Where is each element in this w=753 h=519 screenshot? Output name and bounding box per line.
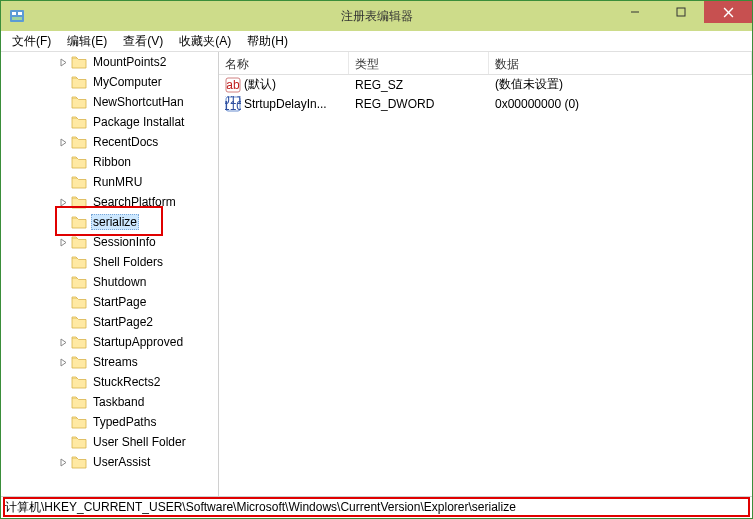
folder-icon: [71, 255, 87, 269]
tree-item-label: RecentDocs: [91, 134, 160, 150]
tree-item[interactable]: Ribbon: [1, 152, 218, 172]
tree-item[interactable]: MountPoints2: [1, 52, 218, 72]
list-header: 名称 类型 数据: [219, 52, 752, 75]
value-row[interactable]: 011110StrtupDelayIn...REG_DWORD0x0000000…: [219, 94, 752, 113]
status-path: 计算机\HKEY_CURRENT_USER\Software\Microsoft…: [5, 499, 516, 516]
tree-item-label: SearchPlatform: [91, 194, 178, 210]
folder-icon: [71, 155, 87, 169]
tree-item[interactable]: MyComputer: [1, 72, 218, 92]
tree-item[interactable]: RecentDocs: [1, 132, 218, 152]
folder-icon: [71, 415, 87, 429]
expand-toggle-icon[interactable]: [57, 336, 69, 348]
tree-item[interactable]: Package Installat: [1, 112, 218, 132]
menu-file[interactable]: 文件(F): [5, 31, 58, 52]
window-controls: [612, 1, 752, 31]
window-title: 注册表编辑器: [341, 8, 413, 25]
tree-item[interactable]: User Shell Folder: [1, 432, 218, 452]
expand-toggle-icon[interactable]: [57, 56, 69, 68]
tree-item[interactable]: RunMRU: [1, 172, 218, 192]
tree-item[interactable]: UserAssist: [1, 452, 218, 472]
menubar: 文件(F) 编辑(E) 查看(V) 收藏夹(A) 帮助(H): [1, 31, 752, 52]
tree-item[interactable]: StartPage2: [1, 312, 218, 332]
tree-item[interactable]: serialize: [1, 212, 218, 232]
tree-item-label: Taskband: [91, 394, 146, 410]
expand-toggle-icon[interactable]: [57, 356, 69, 368]
svg-rect-0: [10, 10, 24, 22]
tree-item-label: StartPage: [91, 294, 148, 310]
svg-rect-2: [18, 12, 22, 15]
menu-help[interactable]: 帮助(H): [240, 31, 295, 52]
tree-item-label: User Shell Folder: [91, 434, 188, 450]
expand-toggle-icon[interactable]: [57, 196, 69, 208]
tree-item-label: Shutdown: [91, 274, 148, 290]
value-type: REG_SZ: [349, 78, 489, 92]
svg-rect-1: [12, 12, 16, 15]
tree-item[interactable]: Streams: [1, 352, 218, 372]
values-list[interactable]: ab(默认)REG_SZ(数值未设置)011110StrtupDelayIn..…: [219, 75, 752, 496]
folder-icon: [71, 175, 87, 189]
tree-item[interactable]: StartupApproved: [1, 332, 218, 352]
tree-item-label: Streams: [91, 354, 140, 370]
column-header-type[interactable]: 类型: [349, 52, 489, 74]
tree-item[interactable]: TypedPaths: [1, 412, 218, 432]
folder-icon: [71, 455, 87, 469]
tree-item[interactable]: SearchPlatform: [1, 192, 218, 212]
tree-item-label: Shell Folders: [91, 254, 165, 270]
column-header-name[interactable]: 名称: [219, 52, 349, 74]
tree-scroll[interactable]: MountPoints2MyComputerNewShortcutHanPack…: [1, 52, 218, 496]
tree-item[interactable]: StuckRects2: [1, 372, 218, 392]
value-data: (数值未设置): [489, 76, 752, 93]
menu-view[interactable]: 查看(V): [116, 31, 170, 52]
tree-item-label: StartPage2: [91, 314, 155, 330]
registry-tree[interactable]: MountPoints2MyComputerNewShortcutHanPack…: [1, 52, 218, 472]
tree-item-label: UserAssist: [91, 454, 152, 470]
folder-icon: [71, 235, 87, 249]
expand-toggle-icon[interactable]: [57, 136, 69, 148]
close-button[interactable]: [704, 1, 752, 23]
tree-item-label: Ribbon: [91, 154, 133, 170]
tree-item-label: TypedPaths: [91, 414, 158, 430]
column-header-data[interactable]: 数据: [489, 52, 752, 74]
tree-item-label: MyComputer: [91, 74, 164, 90]
tree-item-label: Package Installat: [91, 114, 186, 130]
folder-icon: [71, 95, 87, 109]
tree-item[interactable]: Shutdown: [1, 272, 218, 292]
menu-favorites[interactable]: 收藏夹(A): [172, 31, 238, 52]
svg-rect-5: [677, 8, 685, 16]
maximize-button[interactable]: [658, 1, 704, 23]
statusbar: 计算机\HKEY_CURRENT_USER\Software\Microsoft…: [1, 496, 752, 518]
value-name: StrtupDelayIn...: [244, 97, 327, 111]
tree-item[interactable]: SessionInfo: [1, 232, 218, 252]
expand-toggle-icon[interactable]: [57, 236, 69, 248]
value-type-icon: 011110: [225, 96, 241, 112]
folder-icon: [71, 315, 87, 329]
minimize-button[interactable]: [612, 1, 658, 23]
tree-pane: MountPoints2MyComputerNewShortcutHanPack…: [1, 52, 219, 496]
tree-item-label: serialize: [91, 214, 139, 230]
value-name: (默认): [244, 76, 276, 93]
tree-item[interactable]: Taskband: [1, 392, 218, 412]
folder-icon: [71, 395, 87, 409]
folder-icon: [71, 275, 87, 289]
values-pane: 名称 类型 数据 ab(默认)REG_SZ(数值未设置)011110Strtup…: [219, 52, 752, 496]
tree-item[interactable]: StartPage: [1, 292, 218, 312]
tree-item[interactable]: Shell Folders: [1, 252, 218, 272]
registry-editor-window: 注册表编辑器 文件(F) 编辑(E) 查看(V) 收藏夹(A) 帮助(H) Mo…: [0, 0, 753, 519]
value-row[interactable]: ab(默认)REG_SZ(数值未设置): [219, 75, 752, 94]
titlebar[interactable]: 注册表编辑器: [1, 1, 752, 31]
svg-text:ab: ab: [226, 78, 240, 92]
svg-text:110: 110: [225, 99, 241, 112]
folder-icon: [71, 435, 87, 449]
folder-icon: [71, 215, 87, 229]
tree-item-label: StartupApproved: [91, 334, 185, 350]
value-type-icon: ab: [225, 77, 241, 93]
menu-edit[interactable]: 编辑(E): [60, 31, 114, 52]
folder-icon: [71, 55, 87, 69]
folder-icon: [71, 335, 87, 349]
expand-toggle-icon[interactable]: [57, 456, 69, 468]
tree-item[interactable]: NewShortcutHan: [1, 92, 218, 112]
folder-icon: [71, 195, 87, 209]
tree-item-label: StuckRects2: [91, 374, 162, 390]
tree-item-label: NewShortcutHan: [91, 94, 186, 110]
svg-rect-3: [12, 17, 22, 20]
